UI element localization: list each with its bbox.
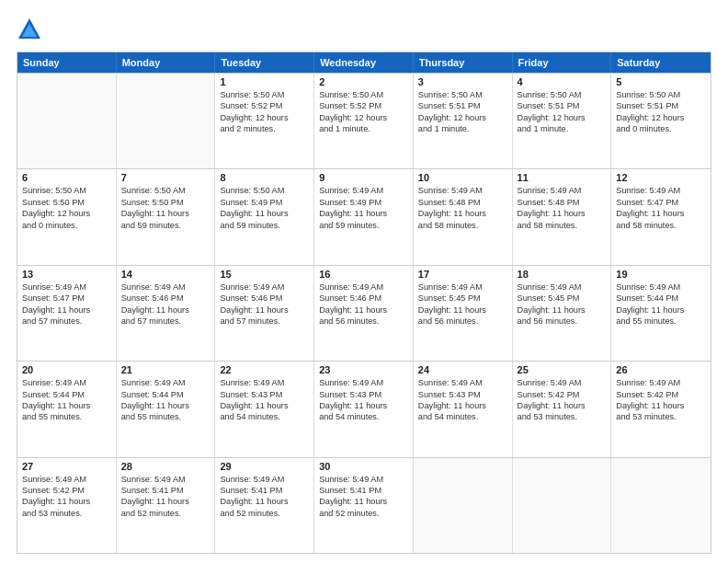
- day-number: 15: [220, 269, 309, 280]
- day-number: 21: [121, 364, 210, 375]
- cal-cell: 22Sunrise: 5:49 AMSunset: 5:43 PMDayligh…: [215, 362, 314, 456]
- cal-header-tuesday: Tuesday: [215, 52, 314, 73]
- cell-line: Sunset: 5:44 PM: [616, 293, 706, 304]
- cal-cell: [17, 74, 117, 168]
- cal-cell: 30Sunrise: 5:49 AMSunset: 5:41 PMDayligh…: [314, 458, 414, 553]
- cell-line: Sunset: 5:45 PM: [418, 293, 507, 304]
- cal-cell: [414, 458, 513, 553]
- cal-cell: 27Sunrise: 5:49 AMSunset: 5:42 PMDayligh…: [17, 458, 117, 553]
- cell-line: Daylight: 11 hours: [220, 400, 309, 411]
- cell-line: and 0 minutes.: [616, 123, 706, 134]
- day-number: 29: [220, 461, 309, 472]
- cal-cell: 3Sunrise: 5:50 AMSunset: 5:51 PMDaylight…: [414, 74, 513, 168]
- day-number: 20: [22, 364, 111, 375]
- day-number: 24: [418, 364, 507, 375]
- cal-week-2: 6Sunrise: 5:50 AMSunset: 5:50 PMDaylight…: [17, 168, 711, 264]
- cell-line: Daylight: 11 hours: [319, 304, 408, 316]
- cal-cell: 17Sunrise: 5:49 AMSunset: 5:45 PMDayligh…: [414, 266, 513, 361]
- cal-cell: 6Sunrise: 5:50 AMSunset: 5:50 PMDaylight…: [17, 169, 117, 264]
- page: SundayMondayTuesdayWednesdayThursdayFrid…: [0, 0, 728, 563]
- cell-line: Sunset: 5:41 PM: [319, 485, 408, 496]
- cal-header-friday: Friday: [513, 52, 612, 73]
- cell-line: Sunrise: 5:49 AM: [22, 377, 111, 388]
- cal-week-4: 20Sunrise: 5:49 AMSunset: 5:44 PMDayligh…: [17, 361, 711, 456]
- cell-line: and 54 minutes.: [418, 411, 507, 422]
- cell-line: Daylight: 12 hours: [319, 112, 408, 123]
- cal-cell: 21Sunrise: 5:49 AMSunset: 5:44 PMDayligh…: [117, 362, 216, 456]
- cell-line: Sunrise: 5:49 AM: [22, 282, 111, 293]
- cell-line: Sunrise: 5:50 AM: [121, 185, 210, 196]
- cell-line: Sunrise: 5:49 AM: [319, 185, 408, 196]
- day-number: 1: [220, 76, 309, 87]
- cell-line: Daylight: 11 hours: [319, 496, 408, 507]
- cell-line: Sunrise: 5:50 AM: [418, 89, 507, 100]
- cell-line: Daylight: 12 hours: [518, 112, 607, 123]
- cell-line: Daylight: 11 hours: [121, 400, 210, 411]
- cell-line: Daylight: 12 hours: [220, 112, 309, 123]
- cell-line: Sunrise: 5:49 AM: [518, 377, 607, 388]
- cell-line: Sunrise: 5:49 AM: [418, 185, 507, 196]
- cell-line: Daylight: 11 hours: [121, 304, 210, 316]
- cal-cell: 28Sunrise: 5:49 AMSunset: 5:41 PMDayligh…: [117, 458, 216, 553]
- cell-line: and 2 minutes.: [220, 123, 309, 134]
- cell-line: Daylight: 11 hours: [616, 208, 706, 219]
- cell-line: and 59 minutes.: [319, 220, 408, 231]
- cal-cell: 9Sunrise: 5:49 AMSunset: 5:49 PMDaylight…: [314, 169, 414, 264]
- day-number: 7: [121, 172, 210, 183]
- day-number: 26: [616, 364, 706, 375]
- cell-line: Sunset: 5:42 PM: [22, 485, 111, 496]
- cell-line: and 55 minutes.: [121, 411, 210, 422]
- cell-line: Sunrise: 5:49 AM: [121, 474, 210, 485]
- cell-line: and 53 minutes.: [518, 411, 607, 422]
- day-number: 17: [418, 269, 507, 280]
- cal-cell: 18Sunrise: 5:49 AMSunset: 5:45 PMDayligh…: [513, 266, 612, 361]
- cell-line: Sunrise: 5:49 AM: [518, 185, 607, 196]
- cal-cell: 16Sunrise: 5:49 AMSunset: 5:46 PMDayligh…: [314, 266, 414, 361]
- cell-line: Daylight: 11 hours: [616, 400, 706, 411]
- cell-line: Daylight: 12 hours: [616, 112, 706, 123]
- cell-line: Sunset: 5:43 PM: [319, 389, 408, 400]
- cal-cell: 15Sunrise: 5:49 AMSunset: 5:46 PMDayligh…: [215, 266, 314, 361]
- day-number: 16: [319, 269, 408, 280]
- cell-line: Sunset: 5:50 PM: [22, 197, 111, 208]
- day-number: 14: [121, 269, 210, 280]
- cell-line: Sunrise: 5:50 AM: [220, 185, 309, 196]
- cell-line: and 59 minutes.: [121, 220, 210, 231]
- cell-line: and 56 minutes.: [518, 316, 607, 327]
- cal-cell: 13Sunrise: 5:49 AMSunset: 5:47 PMDayligh…: [17, 266, 117, 361]
- cal-header-monday: Monday: [117, 52, 216, 73]
- cal-cell: 23Sunrise: 5:49 AMSunset: 5:43 PMDayligh…: [314, 362, 414, 456]
- cell-line: Sunrise: 5:49 AM: [220, 474, 309, 485]
- cal-cell: 8Sunrise: 5:50 AMSunset: 5:49 PMDaylight…: [215, 169, 314, 264]
- day-number: 4: [518, 76, 607, 87]
- cell-line: Sunset: 5:43 PM: [220, 389, 309, 400]
- cell-line: and 53 minutes.: [22, 508, 111, 519]
- cal-header-sunday: Sunday: [17, 52, 117, 73]
- cal-week-3: 13Sunrise: 5:49 AMSunset: 5:47 PMDayligh…: [17, 265, 711, 361]
- cell-line: Sunrise: 5:49 AM: [616, 377, 706, 388]
- cal-cell: 1Sunrise: 5:50 AMSunset: 5:52 PMDaylight…: [215, 74, 314, 168]
- cell-line: and 0 minutes.: [22, 220, 111, 231]
- cell-line: Daylight: 11 hours: [121, 496, 210, 507]
- cell-line: Sunset: 5:42 PM: [616, 389, 706, 400]
- cell-line: and 55 minutes.: [616, 316, 706, 327]
- cell-line: and 53 minutes.: [616, 411, 706, 422]
- cal-cell: 2Sunrise: 5:50 AMSunset: 5:52 PMDaylight…: [314, 74, 414, 168]
- cal-cell: [513, 458, 612, 553]
- cal-week-1: 1Sunrise: 5:50 AMSunset: 5:52 PMDaylight…: [17, 73, 711, 168]
- day-number: 22: [220, 364, 309, 375]
- header: [17, 17, 711, 42]
- cell-line: Sunset: 5:45 PM: [518, 293, 607, 304]
- cal-cell: 24Sunrise: 5:49 AMSunset: 5:43 PMDayligh…: [414, 362, 513, 456]
- cell-line: Sunset: 5:46 PM: [121, 293, 210, 304]
- cell-line: Sunrise: 5:49 AM: [319, 474, 408, 485]
- cell-line: Sunset: 5:49 PM: [319, 197, 408, 208]
- cal-cell: 29Sunrise: 5:49 AMSunset: 5:41 PMDayligh…: [215, 458, 314, 553]
- cell-line: Sunrise: 5:49 AM: [418, 377, 507, 388]
- logo: [17, 17, 46, 42]
- cell-line: Sunrise: 5:49 AM: [418, 282, 507, 293]
- cell-line: Sunrise: 5:50 AM: [616, 89, 706, 100]
- cal-cell: 25Sunrise: 5:49 AMSunset: 5:42 PMDayligh…: [513, 362, 612, 456]
- cell-line: Sunset: 5:46 PM: [220, 293, 309, 304]
- day-number: 18: [518, 269, 607, 280]
